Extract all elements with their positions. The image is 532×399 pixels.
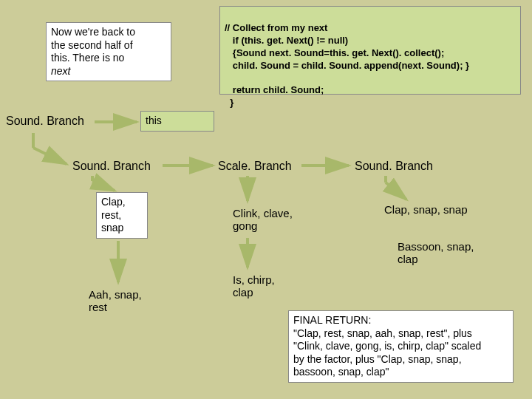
- svg-line-6: [92, 181, 115, 191]
- branch-2b: Is, chirp, clap: [233, 273, 275, 299]
- branch-1a: Clap, rest, snap: [96, 192, 148, 239]
- code-line: return child. Sound;: [225, 84, 324, 95]
- code-line: child. Sound = child. Sound. append(next…: [225, 60, 469, 71]
- final-title: FINAL RETURN:: [293, 314, 508, 327]
- branch-1b: Aah, snap, rest: [89, 288, 142, 313]
- note-line: this. There is no: [51, 52, 166, 65]
- final-line: "Clap, rest, snap, aah, snap, rest", plu…: [293, 327, 508, 341]
- this-box: this: [140, 111, 214, 132]
- note-box: Now we're back to the second half of thi…: [46, 22, 171, 81]
- branch-2: Scale. Branch: [218, 160, 292, 173]
- branch-2a: Clink, clave, gong: [233, 207, 293, 232]
- final-line: by the factor, plus "Clap, snap, snap,: [293, 353, 508, 366]
- note-line: the second half of: [51, 39, 166, 52]
- branch-1: Sound. Branch: [72, 160, 151, 173]
- tree-root: Sound. Branch: [6, 115, 84, 128]
- svg-line-11: [386, 183, 406, 200]
- final-line: bassoon, snap, clap": [293, 366, 508, 379]
- branch-3b: Bassoon, snap, clap: [398, 240, 474, 265]
- final-line: "Clink, clave, gong, is, chirp, clap" sc…: [293, 340, 508, 353]
- note-line: Now we're back to: [51, 26, 166, 39]
- svg-line-2: [33, 148, 66, 164]
- code-line: {Sound next. Sound=this. get. Next(). co…: [225, 47, 444, 58]
- code-line: }: [225, 97, 233, 108]
- this-label: this: [146, 115, 162, 126]
- code-line: if (this. get. Next() != null): [225, 35, 348, 46]
- code-line: // Collect from my next: [225, 22, 327, 33]
- final-return-box: FINAL RETURN: "Clap, rest, snap, aah, sn…: [288, 310, 514, 383]
- code-box: // Collect from my next if (this. get. N…: [219, 6, 521, 95]
- note-line: next: [51, 65, 166, 78]
- branch-3a: Clap, snap, snap: [384, 203, 468, 216]
- branch-3: Sound. Branch: [355, 160, 433, 173]
